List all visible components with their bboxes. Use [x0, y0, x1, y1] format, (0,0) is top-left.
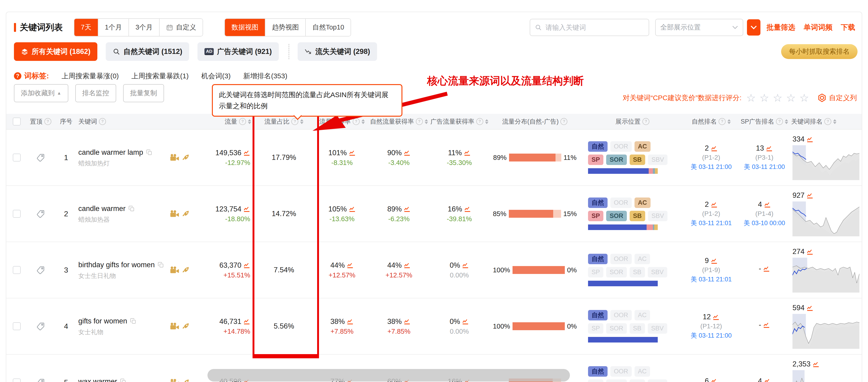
help-icon[interactable]: ?: [719, 118, 725, 125]
trend-chart-icon[interactable]: [243, 318, 250, 325]
help-icon[interactable]: ?: [44, 118, 51, 125]
header-organic-rank[interactable]: 自然排名?: [685, 117, 738, 126]
sort-icon[interactable]: [248, 119, 251, 124]
trend-chart-icon[interactable]: [243, 262, 250, 268]
sort-icon[interactable]: [727, 119, 731, 124]
trend-chart-icon[interactable]: [713, 314, 719, 320]
trend-chart-icon[interactable]: [347, 262, 353, 268]
keyword-text[interactable]: candle warmer: [78, 204, 125, 214]
help-icon[interactable]: ?: [476, 118, 483, 125]
expand-filters-button[interactable]: [747, 19, 761, 36]
keyword-text[interactable]: gifts for women: [78, 316, 127, 326]
header-traffic-distribution[interactable]: 流量分布(自然-广告)?: [490, 117, 580, 126]
trend-chart-icon[interactable]: [812, 361, 819, 368]
trend-chart-icon[interactable]: [764, 378, 771, 382]
trend-chart-icon[interactable]: [404, 262, 410, 268]
tab-organic-top10[interactable]: 自然Top10: [305, 19, 350, 36]
trend-chart-icon[interactable]: [464, 206, 471, 212]
tab-trend-view[interactable]: 趋势视图: [265, 19, 305, 36]
help-icon[interactable]: ?: [776, 118, 783, 125]
trend-chart-icon[interactable]: [763, 322, 770, 328]
customize-columns-button[interactable]: 自定义列: [817, 93, 857, 103]
trend-chart-icon[interactable]: [806, 192, 813, 199]
row-checkbox[interactable]: [13, 322, 21, 330]
header-traffic[interactable]: 流量?: [194, 117, 252, 126]
copy-icon[interactable]: [130, 318, 136, 324]
trend-chart-icon[interactable]: [711, 145, 718, 152]
trend-chart-icon[interactable]: [806, 136, 813, 142]
help-icon[interactable]: ?: [239, 118, 246, 125]
trend-chart-icon[interactable]: [806, 305, 813, 311]
help-icon[interactable]: ?: [642, 118, 649, 125]
trend-chart-icon[interactable]: [764, 201, 771, 208]
copy-icon[interactable]: [157, 262, 164, 268]
trend-chart-icon[interactable]: [462, 318, 469, 325]
hourly-rank-badge[interactable]: 每小时抓取搜索排名: [781, 44, 858, 59]
chip-lost-keywords[interactable]: 流失关键词 (298): [298, 42, 377, 61]
position-select[interactable]: 全部展示位置: [655, 19, 743, 36]
sort-icon[interactable]: [785, 119, 788, 124]
pin-tag-icon[interactable]: [36, 378, 45, 382]
help-icon[interactable]: ?: [560, 118, 567, 125]
trend-chart-icon[interactable]: [763, 265, 770, 272]
tab-3months[interactable]: 3个月: [128, 19, 159, 36]
header-display-position[interactable]: 展示位置?: [580, 117, 685, 126]
rating-stars[interactable]: ☆☆☆☆☆: [746, 93, 813, 103]
row-checkbox[interactable]: [13, 154, 21, 161]
pin-tag-icon[interactable]: [36, 265, 45, 275]
keyword-text[interactable]: birthday gifts for women: [78, 260, 155, 270]
help-icon[interactable]: ?: [99, 118, 106, 125]
trend-chart-icon[interactable]: [806, 249, 813, 255]
select-all-checkbox[interactable]: [13, 118, 21, 125]
tag-new-ranking[interactable]: 新增排名(353): [243, 71, 287, 81]
sort-icon[interactable]: [485, 119, 488, 124]
trend-chart-icon[interactable]: [766, 145, 773, 152]
chip-ad-keywords[interactable]: AD 广告关键词 (921): [197, 42, 279, 61]
header-keyword[interactable]: 关键词?: [78, 117, 194, 126]
copy-icon[interactable]: [146, 149, 152, 156]
row-checkbox[interactable]: [13, 379, 21, 382]
pin-tag-icon[interactable]: [36, 209, 45, 218]
trend-chart-icon[interactable]: [404, 150, 410, 156]
tag-surge-last-week[interactable]: 上周搜索量暴涨(0): [62, 71, 119, 81]
trend-chart-icon[interactable]: [404, 206, 410, 212]
row-checkbox[interactable]: [13, 210, 21, 218]
copy-icon[interactable]: [120, 378, 126, 382]
pin-tag-icon[interactable]: [36, 153, 45, 162]
tab-custom-range[interactable]: 自定义: [159, 19, 203, 36]
pin-tag-icon[interactable]: [36, 322, 45, 331]
row-checkbox[interactable]: [13, 266, 21, 274]
rank-monitor-button[interactable]: 排名监控: [75, 84, 116, 102]
chip-all-keywords[interactable]: 所有关键词 (1862): [14, 42, 97, 61]
trend-chart-icon[interactable]: [464, 150, 471, 156]
trend-chart-icon[interactable]: [349, 206, 356, 212]
horizontal-scrollbar-thumb[interactable]: [208, 369, 570, 382]
copy-icon[interactable]: [128, 205, 135, 212]
add-to-favorites-button[interactable]: 添加收藏到▲: [14, 84, 68, 102]
tab-data-view[interactable]: 数据视图: [225, 19, 265, 36]
keyword-text[interactable]: wax warmer: [78, 377, 117, 382]
trend-chart-icon[interactable]: [404, 318, 410, 325]
sort-icon[interactable]: [833, 119, 836, 124]
tag-plunge-last-week[interactable]: 上周搜索量暴跌(1): [131, 71, 189, 81]
trend-chart-icon[interactable]: [347, 318, 353, 325]
word-frequency-link[interactable]: 单词词频: [804, 23, 833, 32]
trend-chart-icon[interactable]: [711, 258, 718, 264]
batch-filter-link[interactable]: 批量筛选: [767, 23, 795, 32]
batch-copy-button[interactable]: 批量复制: [123, 84, 164, 102]
keyword-search-input[interactable]: [545, 24, 644, 32]
chip-organic-keywords[interactable]: 自然关键词 (1512): [106, 42, 189, 61]
help-question-icon[interactable]: ?: [14, 72, 21, 80]
trend-chart-icon[interactable]: [711, 378, 718, 382]
trend-chart-icon[interactable]: [243, 206, 250, 212]
header-sp-rank[interactable]: SP广告排名?: [738, 117, 791, 126]
tab-7days[interactable]: 7天: [74, 19, 98, 36]
trend-chart-icon[interactable]: [349, 150, 356, 156]
trend-chart-icon[interactable]: [243, 150, 250, 156]
tab-1month[interactable]: 1个月: [98, 19, 128, 36]
trend-chart-icon[interactable]: [462, 262, 469, 268]
keyword-text[interactable]: candle warmer lamp: [78, 148, 143, 157]
tag-opportunity-words[interactable]: 机会词(3): [201, 71, 231, 81]
download-link[interactable]: 下载: [841, 23, 855, 32]
header-pin[interactable]: 置顶?: [27, 117, 54, 126]
